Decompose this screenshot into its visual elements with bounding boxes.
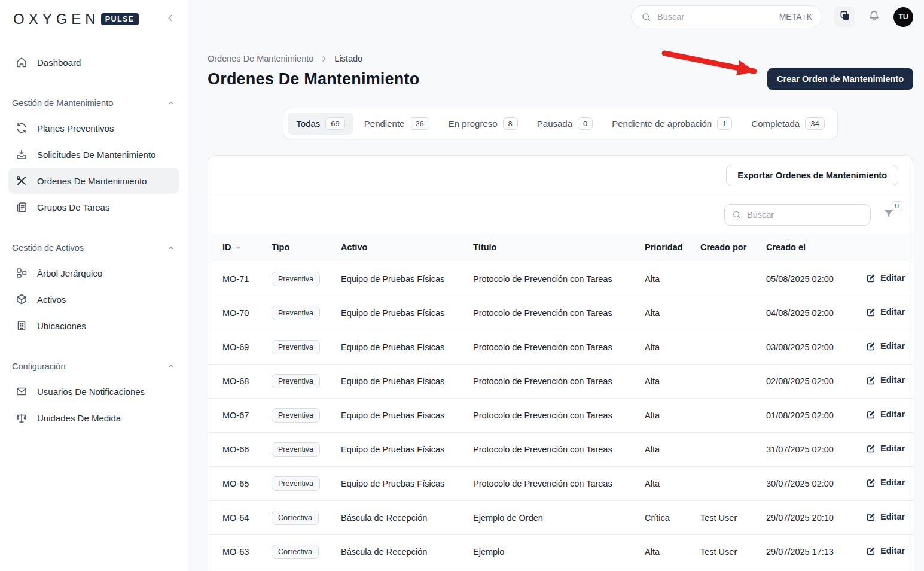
cell-activo: Báscula de Recepción [341, 534, 473, 569]
column-header-creado-el: Creado el [766, 233, 866, 262]
status-tabs-wrap: Todas 69 Pendiente 26 En progreso 8 Paus… [208, 108, 913, 139]
edit-button[interactable]: Editar [866, 307, 905, 317]
sidebar-item-label: Unidades De Medida [37, 413, 121, 423]
sidebar-item-arbol-jerarquico[interactable]: Árbol Jerárquico [8, 260, 179, 286]
edit-button[interactable]: Editar [866, 478, 905, 488]
tab-en-progreso[interactable]: En progreso 8 [440, 113, 526, 135]
edit-button[interactable]: Editar [866, 444, 905, 454]
cell-creado-el: 05/08/2025 02:00 [766, 262, 866, 296]
cell-tipo: Preventiva [272, 296, 341, 330]
cell-prioridad: Alta [645, 466, 700, 500]
sidebar-item-activos[interactable]: Activos [8, 286, 179, 312]
sidebar-item-solicitudes[interactable]: Solicitudes De Mantenimiento [8, 141, 179, 168]
cell-id: MO-69 [208, 330, 272, 364]
edit-button[interactable]: Editar [866, 273, 905, 283]
sidebar-item-unidades-medida[interactable]: Unidades De Medida [8, 405, 179, 431]
breadcrumb-parent[interactable]: Ordenes De Mantenimiento [208, 54, 313, 63]
section-header-activos[interactable]: Gestión de Activos [8, 243, 179, 253]
global-search-input[interactable] [657, 12, 773, 22]
edit-label: Editar [880, 273, 905, 283]
type-badge: Preventiva [272, 272, 320, 286]
cell-acciones: Editar [866, 466, 913, 500]
cell-prioridad: Alta [645, 398, 700, 432]
sidebar-section-mantenimiento: Gestión de Mantenimiento Planes Preventi… [8, 98, 179, 220]
cell-creado-el: 01/08/2025 02:00 [766, 398, 866, 432]
cell-activo: Báscula de Recepción [341, 500, 473, 534]
table-row: MO-64CorrectivaBáscula de RecepciónEjemp… [208, 500, 913, 534]
sidebar-item-label: Ordenes De Mantenimiento [37, 176, 147, 186]
cell-acciones: Editar [866, 432, 913, 466]
cell-titulo: Protocolo de Prevención con Tareas [473, 296, 645, 330]
cell-prioridad: Alta [645, 432, 700, 466]
sidebar-item-ubicaciones[interactable]: Ubicaciones [8, 312, 179, 339]
edit-button[interactable]: Editar [866, 409, 905, 420]
edit-pencil-icon [866, 341, 876, 351]
table-header: ID Tipo Activo Título Prioridad Creado [208, 233, 913, 262]
sidebar-item-dashboard[interactable]: Dashboard [8, 49, 179, 75]
tab-pendiente-aprobacion[interactable]: Pendiente de aprobación 1 [603, 113, 740, 135]
chevron-left-icon [165, 13, 176, 26]
copy-icon [839, 10, 850, 24]
table-search[interactable] [724, 204, 871, 226]
global-search[interactable]: META+K [631, 5, 822, 28]
cell-id: MO-67 [208, 398, 272, 432]
cell-titulo: Protocolo de Prevención con Tareas [473, 466, 645, 500]
section-header-mantenimiento[interactable]: Gestión de Mantenimiento [8, 98, 179, 108]
type-badge: Preventiva [272, 408, 320, 423]
tab-label: Pendiente [364, 119, 405, 129]
cell-activo: Equipo de Pruebas Físicas [341, 262, 473, 296]
notifications-button[interactable] [868, 10, 880, 25]
create-order-button[interactable]: Crear Orden de Mantenimiento [767, 68, 913, 90]
edit-button[interactable]: Editar [866, 375, 905, 385]
main-area: META+K TU [188, 0, 924, 571]
tab-pendiente[interactable]: Pendiente 26 [356, 113, 438, 135]
sidebar-collapse-button[interactable] [165, 13, 176, 26]
cell-activo: Equipo de Pruebas Físicas [341, 466, 473, 500]
cell-creado-el: 31/07/2025 02:00 [766, 432, 866, 466]
tab-completada[interactable]: Completada 34 [743, 113, 832, 135]
column-header-tipo: Tipo [272, 233, 341, 262]
filter-button[interactable]: 0 [883, 208, 895, 222]
type-badge: Correctiva [272, 511, 319, 525]
copy-button[interactable] [834, 7, 855, 27]
edit-button[interactable]: Editar [866, 341, 905, 351]
cell-id: MO-64 [208, 500, 272, 534]
sidebar-item-usuarios-notificaciones[interactable]: Usuarios De Notificaciones [8, 378, 179, 405]
sidebar-item-planes-preventivos[interactable]: Planes Preventivos [8, 115, 179, 141]
hierarchy-icon [16, 267, 28, 279]
type-badge: Preventiva [272, 340, 320, 354]
table-row: MO-67PreventivaEquipo de Pruebas Físicas… [208, 398, 913, 432]
cell-titulo: Protocolo de Prevención con Tareas [473, 262, 645, 296]
avatar[interactable]: TU [893, 7, 913, 27]
tab-pausada[interactable]: Pausada 0 [529, 113, 601, 135]
type-badge: Preventiva [272, 374, 320, 388]
edit-pencil-icon [866, 409, 876, 420]
cell-creado-el: 04/08/2025 02:00 [766, 296, 866, 330]
edit-label: Editar [880, 546, 905, 555]
edit-button[interactable]: Editar [866, 546, 905, 556]
table-row: MO-71PreventivaEquipo de Pruebas Físicas… [208, 262, 913, 296]
table-row: MO-66PreventivaEquipo de Pruebas Físicas… [208, 432, 913, 466]
section-header-configuracion[interactable]: Configuración [8, 362, 179, 371]
app-window: OXYGEN PULSE Dashboard Gestión de Manten… [0, 0, 924, 571]
table-search-input[interactable] [747, 210, 863, 220]
cell-activo: Equipo de Pruebas Físicas [341, 330, 473, 364]
export-orders-button[interactable]: Exportar Ordenes de Mantenimiento [726, 165, 898, 186]
sidebar-item-grupos-tareas[interactable]: Grupos De Tareas [8, 194, 179, 220]
brand-badge: PULSE [101, 13, 139, 25]
sidebar-item-label: Dashboard [37, 57, 81, 68]
edit-pencil-icon [866, 512, 876, 522]
edit-button[interactable]: Editar [866, 512, 905, 522]
column-header-id[interactable]: ID [208, 233, 272, 262]
refresh-icon [16, 122, 28, 134]
cell-creado-el: 03/08/2025 02:00 [766, 330, 866, 364]
tab-label: Completada [751, 119, 800, 129]
filter-row: 0 [208, 196, 913, 233]
tab-count-badge: 8 [503, 117, 518, 130]
table-row: MO-69PreventivaEquipo de Pruebas Físicas… [208, 330, 913, 364]
cell-creado-el: 29/07/2025 17:13 [766, 534, 866, 569]
cell-tipo: Preventiva [272, 466, 341, 500]
cell-tipo: Preventiva [272, 330, 341, 364]
tab-todas[interactable]: Todas 69 [288, 113, 353, 135]
sidebar-item-ordenes[interactable]: Ordenes De Mantenimiento [8, 168, 179, 194]
